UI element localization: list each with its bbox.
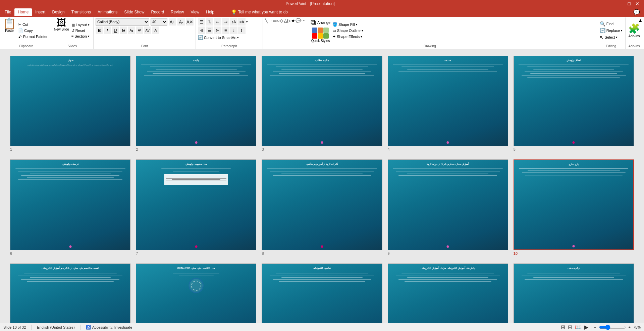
zoom-percent[interactable]: 75%: [633, 325, 641, 329]
slide-number[interactable]: 2: [136, 147, 138, 151]
shape-more[interactable]: ⋯: [301, 18, 306, 23]
slide-number[interactable]: 3: [262, 147, 264, 151]
shape-effects-button[interactable]: ✦ Shape Effects ▾: [332, 34, 363, 39]
tell-me-bar[interactable]: 💡 Tell me what you want to do: [224, 8, 294, 16]
font-name-select[interactable]: Calibri (Body): [96, 18, 149, 26]
addins-button[interactable]: 🧩 Add-ins: [628, 23, 640, 38]
shape-arrow[interactable]: →: [268, 18, 272, 23]
menu-record[interactable]: Record: [148, 8, 167, 16]
maximize-button[interactable]: □: [626, 1, 633, 6]
shape-right-arrow[interactable]: ▷: [287, 18, 291, 23]
bullets-button[interactable]: ☰: [198, 18, 205, 26]
underline-button[interactable]: U: [112, 27, 119, 34]
slide-number[interactable]: 1: [10, 147, 12, 151]
align-center-button[interactable]: ☰: [206, 27, 213, 34]
menu-slideshow[interactable]: Slide Show: [121, 8, 148, 16]
copy-button[interactable]: 📄 Copy: [17, 28, 48, 33]
paste-button[interactable]: 📋 Paste: [3, 18, 16, 43]
slide-thumbnail[interactable]: اهداف پژوهش: [514, 56, 634, 146]
slideshow-button[interactable]: ▶: [584, 324, 588, 330]
subscript-button[interactable]: A₁: [128, 27, 135, 34]
superscript-button[interactable]: A¹: [136, 27, 143, 34]
bold-button[interactable]: B: [96, 27, 103, 34]
close-button[interactable]: ✕: [633, 1, 641, 6]
decrease-font-button[interactable]: A-: [177, 18, 185, 26]
find-button[interactable]: 🔍 Find: [600, 21, 623, 27]
slide-thumbnail[interactable]: چالش‌های آموزش الکترونیکی مزایای آموزش ا…: [388, 264, 508, 323]
text-direction-button[interactable]: ↕A: [230, 18, 237, 26]
slide-thumbnail[interactable]: بازی سازی: [514, 159, 634, 250]
convert-smartart-button[interactable]: 🔄 Convert to SmartArt ▾: [198, 35, 261, 40]
slide-thumbnail[interactable]: تأثیرات کرونا در آموزش و یادگیری: [262, 159, 382, 250]
text-direction-dropdown[interactable]: ▾: [246, 20, 248, 23]
menu-transitions[interactable]: Transitions: [68, 8, 94, 16]
menu-review[interactable]: Review: [167, 8, 187, 16]
shape-fill-button[interactable]: 🪣 Shape Fill ▾: [332, 22, 363, 27]
strikethrough-button[interactable]: S: [120, 27, 127, 34]
slide-thumbnail[interactable]: چکیده مطالب: [262, 56, 382, 146]
slide-thumbnail[interactable]: مقدمه: [388, 56, 508, 146]
slide-number[interactable]: 10: [514, 251, 518, 255]
minimize-button[interactable]: ─: [618, 1, 625, 6]
shape-outline-button[interactable]: ▭ Shape Outline ▾: [332, 28, 363, 33]
justify-button[interactable]: ≡: [222, 27, 229, 34]
increase-font-button[interactable]: A+: [169, 18, 176, 26]
menu-help[interactable]: Help: [203, 8, 218, 16]
slide-number[interactable]: 8: [262, 251, 264, 255]
reset-button[interactable]: ↺ Reset: [70, 28, 91, 33]
slide-number[interactable]: 4: [388, 147, 390, 151]
zoom-slider[interactable]: [599, 325, 626, 330]
slide-thumbnail[interactable]: مدل اکتالیسی بازی سازی OCTALYSIS: [136, 264, 256, 323]
slide-number[interactable]: 9: [388, 251, 390, 255]
format-painter-button[interactable]: 🖌 Format Painter: [17, 34, 48, 39]
clear-format-button[interactable]: A✕: [186, 18, 194, 26]
indent-less-button[interactable]: ⇤: [214, 18, 221, 26]
slide-thumbnail[interactable]: مدل مفهومی پژوهش: [136, 159, 256, 250]
cut-button[interactable]: ✂ Cut: [17, 22, 48, 27]
slide-number[interactable]: 5: [514, 147, 516, 151]
menu-design[interactable]: Design: [49, 8, 68, 16]
comment-icon[interactable]: 💬: [631, 9, 643, 15]
replace-button[interactable]: 🔄 Replace ▾: [600, 28, 623, 33]
font-color-button[interactable]: A: [152, 27, 159, 34]
align-left-button[interactable]: ⫷: [198, 27, 205, 34]
italic-button[interactable]: I: [104, 27, 111, 34]
slide-thumbnail[interactable]: اهمیت مکانیسم بازی سازی در یادگیری و آمو…: [10, 264, 130, 323]
menu-insert[interactable]: Insert: [32, 8, 49, 16]
window-controls[interactable]: ─ □ ✕: [618, 1, 641, 6]
font-size-select[interactable]: 40: [151, 18, 167, 26]
section-button[interactable]: ≡ Section ▾: [70, 34, 91, 39]
arrange-button[interactable]: ⧉ Arrange: [311, 18, 330, 27]
char-spacing-button[interactable]: AV: [144, 27, 151, 34]
align-text-button[interactable]: ≡A: [238, 18, 246, 26]
accessibility-button[interactable]: ♿ Accessibility: Investigate: [86, 325, 132, 330]
select-button[interactable]: ↖ Select ▾: [600, 35, 623, 40]
shape-star[interactable]: ★: [291, 18, 295, 23]
quick-styles-button[interactable]: Quick Styles: [311, 28, 330, 43]
menu-animations[interactable]: Animations: [94, 8, 121, 16]
shape-oval[interactable]: ○: [277, 18, 280, 23]
line-spacing-button[interactable]: ↕: [230, 27, 237, 34]
shape-diamond[interactable]: ◇: [280, 18, 283, 23]
shape-line[interactable]: ╲: [265, 18, 268, 23]
slide-thumbnail[interactable]: آموزش مجازی مدارس ایران در دوران کرونا: [388, 159, 508, 250]
slide-number[interactable]: 7: [136, 251, 138, 255]
ribbon-collapse-button[interactable]: ▲: [638, 17, 643, 23]
numbering-button[interactable]: ⒈: [206, 18, 213, 26]
align-right-button[interactable]: ⫸: [214, 27, 221, 34]
shape-triangle[interactable]: △: [284, 18, 287, 23]
menu-home[interactable]: Home: [14, 8, 32, 16]
new-slide-button[interactable]: 🖼 New Slide: [54, 18, 69, 43]
indent-more-button[interactable]: ⇥: [222, 18, 229, 26]
shape-callout[interactable]: 💬: [296, 18, 301, 23]
columns-button[interactable]: ⫿: [238, 27, 246, 34]
slide-thumbnail[interactable]: یادگیری الکترونیکی: [262, 264, 382, 323]
slide-thumbnail[interactable]: فرصیات پژوهش: [10, 159, 130, 250]
slide-number[interactable]: 6: [10, 251, 12, 255]
slide-sorter-button[interactable]: ⊟: [568, 324, 572, 330]
slide-thumbnail[interactable]: عنوان:تأثیر مکانیسم‌های بازی‌وارانه در ی…: [10, 56, 130, 146]
menu-file[interactable]: File: [1, 8, 14, 16]
layout-button[interactable]: ▦ Layout ▾: [70, 22, 91, 28]
slide-thumbnail[interactable]: درگیری ذهنی: [514, 264, 634, 323]
shape-rect[interactable]: ▭: [273, 18, 277, 23]
